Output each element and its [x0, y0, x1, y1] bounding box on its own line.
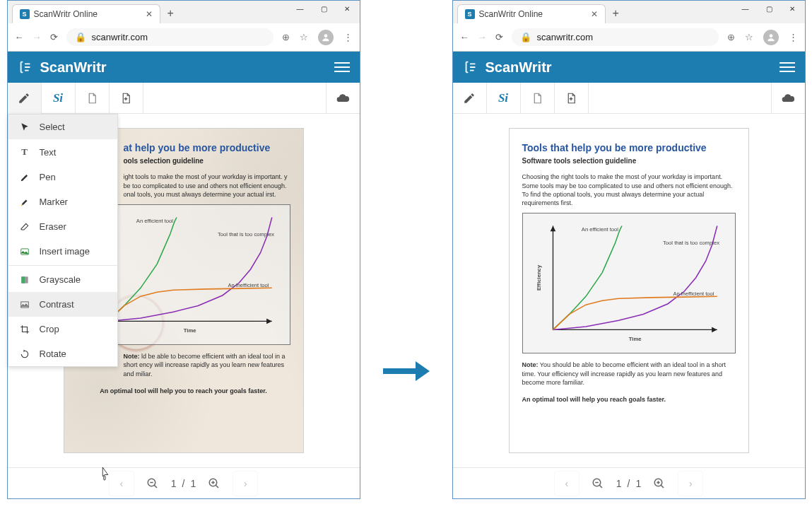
menu-label: Rotate: [40, 349, 66, 359]
url-input[interactable]: 🔒 scanwritr.com: [512, 28, 719, 46]
window-controls: — ▢ ✕: [742, 1, 801, 13]
pager-current: 1: [171, 478, 177, 489]
tool-sign-button[interactable]: Si: [42, 83, 76, 114]
nav-forward-icon: →: [33, 32, 42, 42]
pager-next-button[interactable]: ›: [233, 471, 258, 496]
url-input[interactable]: 🔒 scanwritr.com: [66, 28, 273, 46]
tool-add-page-button[interactable]: [110, 83, 143, 114]
tab-close-icon[interactable]: ✕: [591, 9, 598, 19]
doc-title: at help you be more productive: [124, 141, 290, 155]
menu-item-text[interactable]: T Text: [8, 139, 117, 165]
tool-edit-button[interactable]: [453, 83, 487, 114]
reload-icon[interactable]: ⟳: [495, 32, 503, 42]
document-page-clean[interactable]: Tools that help you be more productive S…: [509, 128, 749, 453]
pager-bar: ‹ 1 / 1 ›: [453, 467, 805, 498]
zoom-out-button[interactable]: [585, 471, 611, 496]
pager-prev-button[interactable]: ‹: [109, 471, 134, 496]
menu-label: Crop: [40, 324, 59, 334]
pager-total: 1: [635, 478, 641, 489]
favicon-icon: S: [465, 9, 475, 19]
browser-tab-row: S ScanWritr Online ✕ + — ▢ ✕: [453, 1, 805, 23]
profile-avatar[interactable]: [318, 30, 334, 45]
new-tab-button[interactable]: +: [607, 4, 625, 23]
menu-label: Text: [40, 147, 57, 158]
kebab-menu-icon[interactable]: ⋮: [789, 32, 798, 42]
rotate-icon: [18, 349, 31, 359]
menu-item-marker[interactable]: Marker: [8, 189, 117, 214]
doc-note-label: Note:: [522, 361, 539, 368]
svg-text:An inefficient tool: An inefficient tool: [228, 282, 269, 288]
lock-icon: 🔒: [75, 32, 86, 42]
bookmark-icon[interactable]: ☆: [300, 32, 308, 42]
svg-text:An efficient tool: An efficient tool: [136, 218, 173, 224]
menu-item-insert-image[interactable]: Insert image: [8, 239, 117, 264]
tool-edit-button[interactable]: [8, 83, 42, 114]
hamburger-menu-icon[interactable]: [779, 62, 795, 72]
zoom-out-button[interactable]: [140, 471, 165, 496]
menu-label: Insert image: [40, 246, 90, 257]
tab-close-icon[interactable]: ✕: [146, 9, 153, 19]
menu-item-eraser[interactable]: Eraser: [8, 214, 117, 239]
crop-icon: [18, 324, 31, 334]
minimize-icon[interactable]: —: [297, 5, 304, 13]
maximize-icon[interactable]: ▢: [766, 5, 772, 13]
menu-label: Pen: [40, 172, 56, 182]
url-text: scanwritr.com: [537, 32, 593, 42]
browser-address-bar: ← → ⟳ 🔒 scanwritr.com ⊕ ☆ ⋮: [453, 23, 805, 52]
hamburger-menu-icon[interactable]: [334, 62, 350, 72]
tool-add-page-button[interactable]: [555, 83, 589, 114]
menu-separator: [8, 265, 117, 266]
menu-item-contrast[interactable]: Contrast: [8, 292, 117, 317]
reload-icon[interactable]: ⟳: [50, 32, 58, 42]
zoom-hint-icon[interactable]: ⊕: [727, 32, 735, 42]
doc-subtitle: ools selection guideline: [124, 156, 290, 166]
document-stage: Select T Text Pen Marker: [8, 114, 360, 467]
new-tab-button[interactable]: +: [162, 4, 180, 23]
pager-bar: ‹ 1 / 1 ›: [8, 467, 360, 498]
app-name: ScanWritr: [40, 59, 107, 76]
profile-avatar[interactable]: [763, 30, 779, 45]
svg-text:Time: Time: [183, 327, 196, 334]
kebab-menu-icon[interactable]: ⋮: [343, 32, 353, 42]
menu-item-crop[interactable]: Crop: [8, 317, 117, 341]
close-icon[interactable]: ✕: [344, 5, 350, 13]
browser-tab[interactable]: S ScanWritr Online ✕: [12, 4, 160, 23]
zoom-hint-icon[interactable]: ⊕: [282, 32, 290, 42]
eraser-icon: [18, 222, 31, 232]
tool-page-button[interactable]: [76, 83, 110, 114]
browser-tab-row: S ScanWritr Online ✕ + — ▢ ✕: [8, 1, 360, 23]
minimize-icon[interactable]: —: [742, 5, 749, 13]
maximize-icon[interactable]: ▢: [321, 5, 327, 13]
zoom-in-button[interactable]: [647, 471, 672, 496]
tools-row: Si: [453, 83, 805, 114]
app-name: ScanWritr: [486, 59, 552, 76]
bookmark-icon[interactable]: ☆: [745, 32, 753, 42]
nav-back-icon[interactable]: ←: [460, 32, 469, 42]
nav-forward-icon: →: [478, 32, 487, 42]
pager-prev-button[interactable]: ‹: [554, 471, 579, 496]
browser-tab[interactable]: S ScanWritr Online ✕: [457, 4, 606, 23]
pager-total: 1: [190, 478, 196, 489]
svg-rect-3: [21, 276, 25, 283]
pager-next-button[interactable]: ›: [678, 471, 703, 496]
tool-cloud-button[interactable]: [771, 83, 805, 114]
doc-note: Note: ld be able to become efficient wit…: [124, 352, 290, 378]
svg-text:Tool that is too complex: Tool that is too complex: [217, 231, 273, 238]
svg-point-0: [324, 34, 327, 37]
menu-item-pen[interactable]: Pen: [8, 165, 117, 189]
tool-cloud-button[interactable]: [326, 83, 360, 114]
menu-item-rotate[interactable]: Rotate: [8, 341, 117, 366]
svg-text:Time: Time: [628, 336, 641, 342]
zoom-in-button[interactable]: [201, 471, 227, 496]
menu-label: Grayscale: [40, 274, 81, 285]
close-icon[interactable]: ✕: [789, 5, 795, 13]
menu-item-select[interactable]: Select: [8, 115, 117, 139]
menu-item-grayscale[interactable]: Grayscale: [8, 267, 117, 292]
marker-icon: [18, 197, 31, 207]
image-icon: [18, 247, 31, 257]
nav-back-icon[interactable]: ←: [15, 32, 24, 42]
transition-arrow-icon: [382, 357, 431, 385]
tool-sign-button[interactable]: Si: [487, 83, 521, 114]
svg-point-14: [769, 34, 772, 37]
tool-page-button[interactable]: [521, 83, 555, 114]
